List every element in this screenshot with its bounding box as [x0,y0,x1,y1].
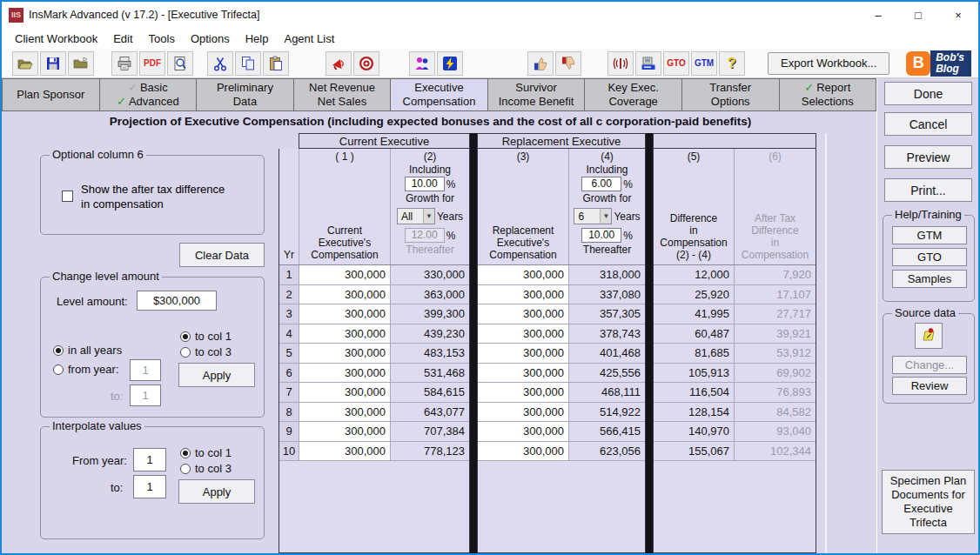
gtm-button[interactable]: GTM [691,51,717,76]
col4-growth-pct-input[interactable]: 6.00 [581,177,621,191]
change-to-col1-radio[interactable] [180,331,191,342]
cancel-button[interactable]: Cancel [884,112,972,136]
panel-divider [470,133,477,553]
change-to-col3-radio[interactable] [180,347,191,358]
col2-thereafter-pct-input[interactable]: 12.00 [405,228,445,243]
col1-cell[interactable]: 300,000 [299,422,391,442]
col1-cell[interactable]: 300,000 [299,285,391,305]
export-workbook-button[interactable]: Export Workbook... [768,52,889,75]
check-icon: ✓ [804,81,814,94]
tab-basic-advanced[interactable]: ✓Basic✓Advanced [100,78,198,111]
year-column-header: Yr [279,149,299,264]
in-all-years-radio[interactable] [53,345,64,356]
col1-cell[interactable]: 300,000 [299,304,391,324]
interpolate-from-input[interactable]: 1 [133,448,166,471]
menu-edit[interactable]: Edit [105,30,140,47]
minimize-button[interactable]: – [858,2,898,28]
col1-cell[interactable]: 300,000 [299,364,391,384]
col3-cell[interactable]: 300,000 [478,442,569,462]
source-data-note-button[interactable] [915,323,943,349]
col2-years-select[interactable]: All▼ [397,208,435,224]
disapprove-button[interactable] [555,51,581,76]
col3-cell[interactable]: 300,000 [478,304,569,324]
from-year-radio[interactable] [53,364,64,375]
pdf-button[interactable]: PDF [139,51,165,76]
cut-button[interactable] [207,51,233,76]
tab-key-exec-coverage[interactable]: Key Exec.Coverage [585,78,682,111]
tab-executive-compensation[interactable]: ExecutiveCompensation [391,78,488,111]
col1-cell[interactable]: 300,000 [299,324,391,344]
col3-cell[interactable]: 300,000 [478,422,569,442]
export-device-button[interactable] [635,51,661,76]
change-from-year-input[interactable]: 1 [130,359,161,381]
broadcast-button[interactable] [607,51,634,76]
approve-button[interactable] [527,51,554,76]
col3-cell[interactable]: 300,000 [478,324,569,344]
col3-cell[interactable]: 300,000 [478,383,569,403]
col3-cell[interactable]: 300,000 [478,344,569,364]
tab-preliminary-data[interactable]: PreliminaryData [197,78,294,111]
help-button[interactable]: ? [719,51,745,76]
col3-cell[interactable]: 300,000 [478,364,569,384]
col4-header: (4) Including 6.00% Growth for 6▼Years 1… [569,149,645,264]
open-workbook-button[interactable] [12,51,38,76]
bobs-blog-link[interactable]: B Bob'sBlog [906,50,971,77]
print-button[interactable] [111,51,138,76]
tab-plan-sponsor[interactable]: Plan Sponsor [2,78,100,111]
tab-report-selections[interactable]: ✓ReportSelections [780,78,877,111]
menu-help[interactable]: Help [238,30,277,47]
interpolate-to-input[interactable]: 1 [133,475,166,498]
col3-cell[interactable]: 300,000 [478,285,569,305]
col4-years-select[interactable]: 6▼ [574,208,612,224]
col3-cell[interactable]: 300,000 [478,265,569,285]
change-button[interactable]: Change... [892,356,967,374]
clients-button[interactable] [409,51,435,76]
col3-cell[interactable]: 300,000 [478,403,569,423]
antenna-icon [612,55,629,72]
col4-cell: 425,556 [569,364,645,384]
preview-button[interactable]: Preview [884,145,972,169]
done-button[interactable]: Done [884,82,972,105]
import-button[interactable] [437,51,463,76]
col1-cell[interactable]: 300,000 [299,265,391,285]
close-workbook-button[interactable] [68,51,94,76]
col6-cell: 17,107 [735,285,816,305]
menu-options[interactable]: Options [183,30,238,47]
menu-agent-list[interactable]: Agent List [276,30,342,47]
col1-cell[interactable]: 300,000 [299,403,391,423]
specimen-plan-button[interactable]: Specimen Plan Documents for Executive Tr… [882,470,975,534]
col1-cell[interactable]: 300,000 [299,383,391,403]
level-amount-input[interactable]: $300,000 [137,291,217,311]
copy-button[interactable] [235,51,261,76]
col1-cell[interactable]: 300,000 [299,344,391,364]
tab-net-revenue-net-sales[interactable]: Net RevenueNet Sales [294,78,392,111]
clear-data-button[interactable]: Clear Data [179,243,265,267]
review-button[interactable]: Review [892,377,967,395]
col2-growth-pct-input[interactable]: 10.00 [405,177,445,191]
after-tax-checkbox[interactable] [62,191,73,202]
print-dialog-button[interactable]: Print... [884,178,972,202]
announcement-button[interactable] [326,51,352,76]
target-button[interactable] [353,51,379,76]
maximize-button[interactable]: □ [898,2,938,28]
col1-cell[interactable]: 300,000 [299,442,391,462]
change-to-year-input[interactable]: 1 [130,384,161,406]
gto-sidebar-button[interactable]: GTO [892,248,967,266]
print-preview-button[interactable] [167,51,193,76]
interpolate-title: Interpolate values [50,419,144,432]
paste-button[interactable] [263,51,289,76]
gto-button[interactable]: GTO [663,51,689,76]
menu-client-workbook[interactable]: Client Workbook [7,30,105,47]
menu-tools[interactable]: Tools [141,30,183,47]
change-level-apply-button[interactable]: Apply [178,363,255,387]
interp-to-col1-radio[interactable] [180,448,191,458]
tab-transfer-options[interactable]: TransferOptions [682,78,780,111]
gtm-sidebar-button[interactable]: GTM [892,226,967,244]
tab-survivor-income-benefit[interactable]: SurvivorIncome Benefit [488,78,586,111]
close-button[interactable]: × [938,2,978,28]
col4-thereafter-pct-input[interactable]: 10.00 [581,228,621,243]
interp-to-col3-radio[interactable] [180,464,191,474]
samples-button[interactable]: Samples [892,270,967,288]
save-workbook-button[interactable] [40,51,66,76]
interpolate-apply-button[interactable]: Apply [178,479,255,504]
